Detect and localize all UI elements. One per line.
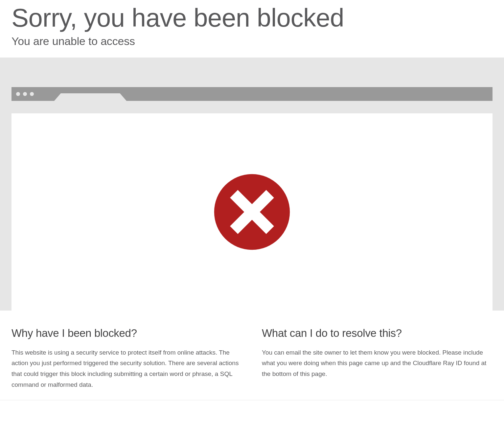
window-dot-icon [30, 92, 34, 96]
page-subtitle: You are unable to access [11, 35, 493, 48]
illustration-band [0, 58, 504, 311]
resolve-body: You can email the site owner to let them… [262, 347, 493, 380]
error-x-icon [213, 173, 291, 251]
window-dots [16, 92, 34, 96]
header: Sorry, you have been blocked You are una… [0, 0, 504, 58]
browser-titlebar [11, 87, 493, 101]
info-columns: Why have I been blocked? This website is… [0, 311, 504, 401]
why-blocked-section: Why have I been blocked? This website is… [11, 327, 242, 390]
resolve-heading: What can I do to resolve this? [262, 327, 493, 339]
page-root: Sorry, you have been blocked You are una… [0, 0, 504, 400]
browser-tab-icon [61, 93, 120, 101]
browser-illustration [11, 87, 493, 311]
resolve-section: What can I do to resolve this? You can e… [262, 327, 493, 390]
why-blocked-heading: Why have I been blocked? [11, 327, 242, 339]
why-blocked-body: This website is using a security service… [11, 347, 242, 390]
browser-viewport [11, 113, 493, 311]
window-dot-icon [23, 92, 27, 96]
browser-toolbar [11, 101, 493, 113]
window-dot-icon [16, 92, 20, 96]
page-title: Sorry, you have been blocked [11, 3, 493, 33]
